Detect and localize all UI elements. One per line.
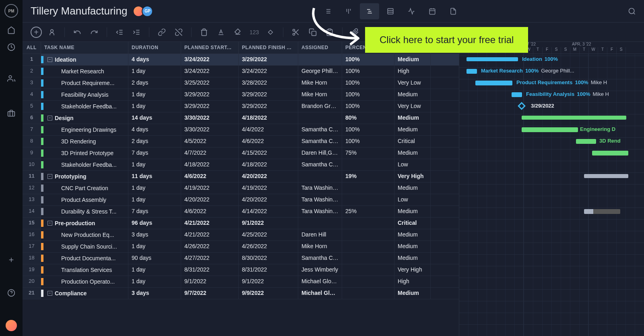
priority-cell[interactable]: Medium: [394, 112, 431, 124]
people-icon[interactable]: [7, 74, 16, 83]
percent-cell[interactable]: 100%: [342, 101, 394, 112]
percent-cell[interactable]: [342, 253, 394, 264]
start-cell[interactable]: 4/6/2022: [181, 206, 239, 217]
gantt-bar[interactable]: [522, 116, 626, 120]
finish-cell[interactable]: 4/4/2022: [239, 124, 298, 135]
task-row[interactable]: 6−Design14 days3/30/20224/18/202280%Medi…: [23, 112, 459, 124]
start-cell[interactable]: 9/1/2022: [181, 276, 239, 287]
assigned-cell[interactable]: Michael Glover: [298, 276, 342, 287]
assigned-cell[interactable]: Tara Washingto: [298, 194, 342, 205]
start-cell[interactable]: 4/7/2022: [181, 147, 239, 159]
percent-cell[interactable]: [342, 159, 394, 170]
assigned-cell[interactable]: George Phillips: [298, 66, 342, 77]
duration-cell[interactable]: 7 days: [128, 147, 181, 159]
task-row[interactable]: 4Feasibility Analysis1 day3/29/20223/29/…: [23, 89, 459, 101]
task-row[interactable]: 93D Printed Prototype7 days4/7/20224/15/…: [23, 147, 459, 159]
fill-color-icon[interactable]: [231, 25, 245, 39]
col-duration[interactable]: DURATION: [128, 42, 181, 54]
task-name-cell[interactable]: CNC Part Creation: [41, 183, 128, 194]
priority-cell[interactable]: Very High: [394, 171, 431, 182]
task-name-cell[interactable]: −Prototyping: [41, 171, 128, 182]
task-row[interactable]: 18Product Documenta...90 days4/27/20228/…: [23, 253, 459, 264]
user-avatar[interactable]: [6, 320, 17, 331]
finish-cell[interactable]: 4/25/2022: [239, 229, 298, 241]
percent-cell[interactable]: 100%: [342, 124, 394, 135]
assigned-cell[interactable]: Daren Hill,Geor: [298, 147, 342, 159]
collapse-toggle[interactable]: −: [47, 221, 52, 226]
undo-icon[interactable]: [70, 25, 84, 39]
assigned-cell[interactable]: [298, 54, 342, 65]
view-list-icon[interactable]: [318, 3, 337, 19]
task-name-cell[interactable]: −Ideation: [41, 54, 128, 65]
percent-cell[interactable]: [342, 183, 394, 194]
start-cell[interactable]: 3/25/2022: [181, 77, 239, 89]
duration-cell[interactable]: 1 day: [128, 276, 181, 287]
task-name-cell[interactable]: −Compliance: [41, 288, 128, 299]
priority-cell[interactable]: Very High: [394, 264, 431, 276]
priority-cell[interactable]: Low: [394, 159, 431, 170]
task-row[interactable]: 15−Pre-production96 days4/21/20229/1/202…: [23, 218, 459, 229]
start-cell[interactable]: 9/7/2022: [181, 288, 239, 299]
duration-cell[interactable]: 1 day: [128, 194, 181, 205]
gantt-bar[interactable]: [584, 209, 620, 214]
percent-cell[interactable]: [342, 288, 394, 299]
assign-icon[interactable]: [45, 25, 59, 39]
gantt-bar[interactable]: [592, 151, 628, 156]
assigned-cell[interactable]: Samantha Cum: [298, 253, 342, 264]
priority-cell[interactable]: Very Low: [394, 101, 431, 112]
col-start[interactable]: PLANNED START...: [181, 42, 239, 54]
task-row[interactable]: 5Stakeholder Feedba...1 day3/29/20223/29…: [23, 101, 459, 112]
percent-cell[interactable]: 75%: [342, 147, 394, 159]
start-cell[interactable]: 3/29/2022: [181, 101, 239, 112]
assigned-cell[interactable]: [298, 112, 342, 124]
start-cell[interactable]: 4/27/2022: [181, 253, 239, 264]
link-icon[interactable]: [155, 25, 169, 39]
assigned-cell[interactable]: Samantha Cum: [298, 159, 342, 170]
percent-cell[interactable]: 100%: [342, 77, 394, 89]
task-name-cell[interactable]: Stakeholder Feedba...: [41, 101, 128, 112]
finish-cell[interactable]: 4/15/2022: [239, 147, 298, 159]
start-cell[interactable]: 8/31/2022: [181, 264, 239, 276]
percent-cell[interactable]: 100%: [342, 136, 394, 147]
task-row[interactable]: 2Market Research1 day3/24/20223/24/2022G…: [23, 66, 459, 77]
priority-cell[interactable]: Medium: [394, 206, 431, 217]
task-name-cell[interactable]: Translation Services: [41, 264, 128, 276]
col-all[interactable]: ALL: [23, 42, 41, 54]
collapse-toggle[interactable]: −: [47, 116, 52, 120]
assigned-cell[interactable]: Brandon Gray,M: [298, 101, 342, 112]
clock-icon[interactable]: [7, 43, 16, 52]
task-row[interactable]: 7Engineering Drawings4 days3/30/20224/4/…: [23, 124, 459, 136]
avatar-group[interactable]: GP: [135, 6, 153, 17]
priority-cell[interactable]: High: [394, 66, 431, 77]
finish-cell[interactable]: 8/30/2022: [239, 253, 298, 264]
duration-cell[interactable]: 1 day: [128, 241, 181, 252]
start-cell[interactable]: 4/20/2022: [181, 194, 239, 205]
copy-icon[interactable]: [306, 25, 320, 39]
finish-cell[interactable]: 3/29/2022: [239, 54, 298, 65]
percent-cell[interactable]: 100%: [342, 54, 394, 65]
duration-cell[interactable]: 1 day: [128, 101, 181, 112]
gantt-bar[interactable]: [466, 69, 477, 74]
start-cell[interactable]: 4/21/2022: [181, 229, 239, 241]
view-activity-icon[interactable]: [402, 3, 421, 19]
start-cell[interactable]: 4/19/2022: [181, 183, 239, 194]
duration-cell[interactable]: 4 days: [128, 124, 181, 135]
finish-cell[interactable]: 4/26/2022: [239, 241, 298, 252]
gantt-body[interactable]: Ideation 100%Market Research 100% George…: [459, 54, 644, 336]
assigned-cell[interactable]: Tara Washingto: [298, 183, 342, 194]
percent-cell[interactable]: 25%: [342, 206, 394, 217]
gantt-bar[interactable]: [475, 81, 512, 85]
task-name-cell[interactable]: Feasibility Analysis: [41, 89, 128, 100]
task-row[interactable]: 3Product Requireme...2 days3/25/20223/28…: [23, 77, 459, 89]
duration-cell[interactable]: 11 days: [128, 171, 181, 182]
start-cell[interactable]: 4/6/2022: [181, 171, 239, 182]
priority-cell[interactable]: Medium: [394, 183, 431, 194]
assigned-cell[interactable]: Michael Glover: [298, 288, 342, 299]
priority-cell[interactable]: Medium: [394, 147, 431, 159]
finish-cell[interactable]: 8/31/2022: [239, 264, 298, 276]
task-name-cell[interactable]: −Pre-production: [41, 218, 128, 229]
duration-cell[interactable]: 90 days: [128, 253, 181, 264]
start-cell[interactable]: 3/30/2022: [181, 124, 239, 135]
finish-cell[interactable]: 3/28/2022: [239, 77, 298, 89]
attachment-icon[interactable]: [348, 25, 362, 39]
